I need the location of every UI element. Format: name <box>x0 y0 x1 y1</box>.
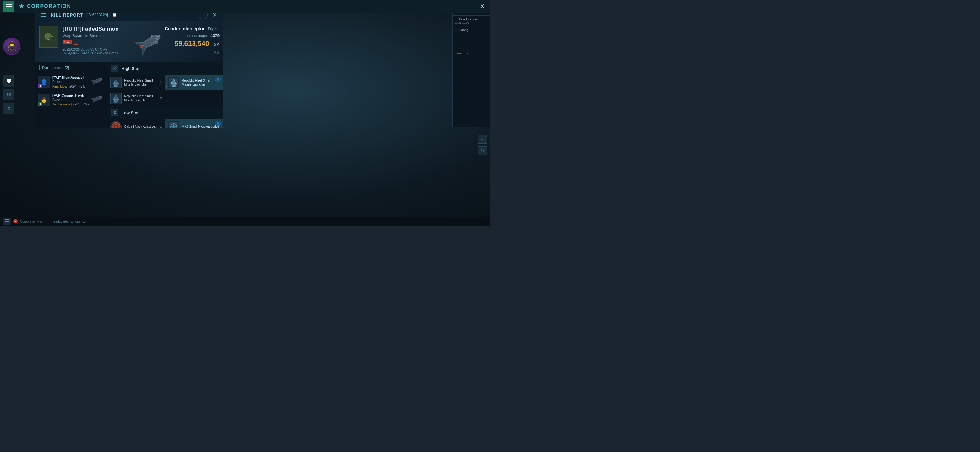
ship-class: Condor Interceptor <box>165 26 204 31</box>
avatar-icon: 🥷 <box>6 41 17 51</box>
sidebar-settings-icon[interactable]: ⚙ <box>3 103 14 114</box>
participant-item[interactable]: 👤 ★ [FAP]$ilentAssassin Raven Final Blow… <box>35 73 107 91</box>
sidebar-map-icon[interactable]: 🗺 <box>3 89 14 100</box>
corp-title-text: CORPORATION <box>27 3 71 9</box>
high-slot-section: ⚔ High Slot 1 Republic Fleet Small Missi… <box>107 62 223 106</box>
participant-avatar-2: 👩 ★ <box>38 94 50 106</box>
chat-name-1: ...SilentAssassin <box>455 17 487 21</box>
module-qty-1: 1 <box>166 86 168 89</box>
low-module-icon-1 <box>168 121 179 128</box>
panel-title: KILL REPORT <box>51 13 83 17</box>
participant-ship-image-1 <box>90 76 105 86</box>
low-slot-name: Low Slot <box>122 111 138 115</box>
high-slot-modules: 1 Republic Fleet Small Missile Launcher … <box>107 75 223 106</box>
module-item-selected[interactable]: 1 Republic Fleet Small Missile Launcher … <box>165 75 223 90</box>
low-module-item-0[interactable]: 1 Caldari Navy Adaptive... ✕ <box>107 119 165 128</box>
low-module-icon-0 <box>110 121 122 128</box>
module-qty: 1 <box>108 86 110 89</box>
main-content: Participants [2] 👤 ★ [FAP]$ilentAssassin… <box>35 62 223 128</box>
svg-rect-18 <box>115 80 116 84</box>
module-selected-avatar: 👤 <box>215 76 221 82</box>
chat-item-2[interactable]: ...ut dang <box>453 26 490 34</box>
chat-item-1[interactable]: ...SilentAssassin 2021.12.05 <box>453 16 490 26</box>
corp-text: Corporation Fac <box>20 220 43 223</box>
isk-value: 59,613,540 <box>175 40 209 48</box>
fits-panel: ⚔ High Slot 1 Republic Fleet Small Missi… <box>107 62 223 128</box>
low-slot-icon: ⚙ <box>111 109 118 116</box>
svg-point-25 <box>115 126 117 128</box>
top-bar: ★ CORPORATION ✕ <box>0 0 490 13</box>
victim-avatar: 🪖 <box>39 26 58 48</box>
svg-rect-22 <box>115 96 116 99</box>
svg-rect-20 <box>173 80 174 84</box>
ship-type: Frigate <box>208 27 220 31</box>
module-icon-1 <box>168 77 179 88</box>
participants-panel: Participants [2] 👤 ★ [FAP]$ilentAssassin… <box>35 62 107 128</box>
user-avatar[interactable]: 🥷 <box>3 38 21 55</box>
module-remove-0[interactable]: ✕ <box>159 80 163 85</box>
module-icon-0 <box>110 77 122 88</box>
module-remove-2[interactable]: ✕ <box>159 96 163 101</box>
bottom-bar: 3 Corporation Fac Headquarter Konora 0.4 <box>0 217 490 226</box>
low-module-selected-avatar: 👤 <box>215 121 221 127</box>
sidebar-chat-icon[interactable]: 💬 <box>3 75 14 87</box>
coords-text: 0.4 <box>82 220 87 223</box>
participants-bar-accent <box>39 65 40 70</box>
left-sidebar: 💬 🗺 ⚙ <box>3 75 14 114</box>
nav-arrow-button[interactable]: › <box>466 50 468 56</box>
module-item-2[interactable]: 1 Republic Fleet Small Missile Launcher … <box>107 90 165 106</box>
stat-pct-1: 47% <box>79 85 86 88</box>
corp-title: ★ CORPORATION <box>19 3 71 10</box>
stat-damage-2: 2281 <box>73 103 80 106</box>
kill-stats: Condor Interceptor Frigate Total damage:… <box>165 26 220 55</box>
right-action-icons: ✏ Z↑ <box>478 135 487 155</box>
module-name-0: Republic Fleet Small Missile Launcher <box>124 78 162 87</box>
nav-dots-button[interactable]: ••• <box>457 51 462 56</box>
module-item[interactable]: 1 Republic Fleet Small Missile Launcher … <box>107 75 165 90</box>
low-module-item-selected[interactable]: 1 MK5 Small Microwarpdrive 👤 <box>165 119 223 128</box>
z-icon-button[interactable]: Z↑ <box>478 146 487 155</box>
participants-header: Participants [2] <box>35 62 107 73</box>
low-slot-modules: 1 Caldari Navy Adaptive... ✕ 1 MK5 Sm <box>107 119 223 128</box>
participant-item-2[interactable]: 👩 ★ [FAP]Cosmic Hawk Raven Top Damage | … <box>35 91 107 109</box>
chat-name-2: ...ut dang <box>455 28 487 32</box>
isk-label: ISK <box>212 42 220 47</box>
stat-damage-1: 2094 <box>69 85 76 88</box>
participant-rank-icon-2: ★ <box>38 102 42 106</box>
kill-type: Kill <box>214 50 220 55</box>
red-indicator: ▬ <box>74 41 78 46</box>
damage-value: 4375 <box>210 33 220 38</box>
module-qty-2: 1 <box>108 102 110 105</box>
stat-pct-2: 52% <box>82 103 89 106</box>
module-icon-2 <box>110 93 122 104</box>
participants-title: Participants <box>42 65 64 70</box>
edit-icon-button[interactable]: ✏ <box>478 135 487 144</box>
low-slot-section: ⚙ Low Slot 1 Caldari Navy Adaptive... ✕ <box>107 106 223 128</box>
copy-icon[interactable]: 📋 <box>113 13 117 17</box>
menu-button[interactable] <box>3 1 14 12</box>
location-text: Headquarter Konora <box>51 220 80 223</box>
bottom-menu-button[interactable] <box>3 217 11 225</box>
final-blow-label: Final Blow <box>52 85 67 88</box>
top-close-button[interactable]: ✕ <box>477 2 487 11</box>
star-icon: ★ <box>19 3 24 10</box>
participant-ship-image-2 <box>90 94 105 103</box>
low-module-name-0: Caldari Navy Adaptive... <box>124 125 158 128</box>
participant-avatar-1: 👤 ★ <box>38 76 50 88</box>
high-slot-icon: ⚔ <box>111 65 118 72</box>
low-slot-header: ⚙ Low Slot <box>107 106 223 119</box>
module-name-1: Republic Fleet Small Missile Launcher <box>182 78 220 87</box>
participants-count: [2] <box>65 65 69 70</box>
svg-point-28 <box>172 125 175 128</box>
chat-time-1: 2021.12.05 <box>455 21 487 24</box>
high-slot-header: ⚔ High Slot <box>107 62 223 75</box>
low-module-remove-0[interactable]: ✕ <box>159 124 163 128</box>
damage-label: Total damage: <box>186 34 208 38</box>
high-slot-name: High Slot <box>122 66 140 71</box>
low-module-name-1: MK5 Small Microwarpdrive <box>182 125 219 128</box>
participant-rank-icon-1: ★ <box>38 84 42 88</box>
notification-badge: 3 <box>13 219 18 224</box>
top-damage-label: Top Damage <box>52 103 70 106</box>
hero-section: 🪖 [RUTP]FadedSalmon Warp Scramble Streng… <box>35 21 223 62</box>
right-panel: ...torians ...SilentAssassin 2021.12.05 … <box>452 8 490 127</box>
